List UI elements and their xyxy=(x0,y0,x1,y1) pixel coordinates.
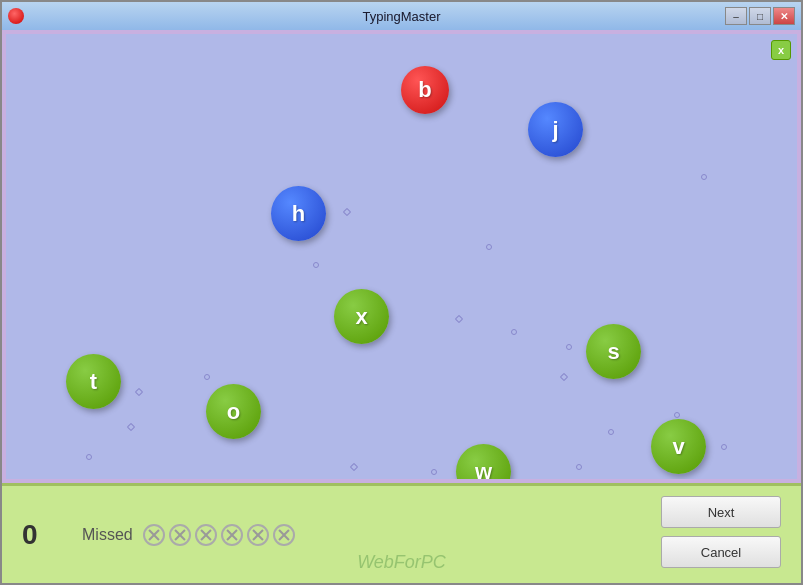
dot-7 xyxy=(127,423,135,431)
dot-12 xyxy=(701,174,707,180)
dot-17 xyxy=(486,244,492,250)
dot-10 xyxy=(674,412,680,418)
dot-8 xyxy=(608,429,614,435)
title-bar-left xyxy=(8,8,24,24)
bubble-b[interactable]: b xyxy=(401,66,449,114)
dot-11 xyxy=(560,373,568,381)
window-title: TypingMaster xyxy=(362,9,440,24)
dot-13 xyxy=(350,463,358,471)
title-bar: TypingMaster – □ ✕ xyxy=(2,2,801,30)
missed-icon-3 xyxy=(221,524,243,546)
bubble-w[interactable]: w xyxy=(456,444,511,483)
bubble-j[interactable]: j xyxy=(528,102,583,157)
maximize-button[interactable]: □ xyxy=(749,7,771,25)
dot-1 xyxy=(313,262,319,268)
window-controls: – □ ✕ xyxy=(725,7,795,25)
main-window: TypingMaster – □ ✕ x bjhxstovw 0 Missed … xyxy=(0,0,803,585)
dot-3 xyxy=(511,329,517,335)
missed-icon-5 xyxy=(273,524,295,546)
bubble-t[interactable]: t xyxy=(66,354,121,409)
score-display: 0 xyxy=(22,519,62,551)
bottom-panel: 0 Missed Next Cancel WebForPC xyxy=(2,483,801,583)
bubble-s[interactable]: s xyxy=(586,324,641,379)
dot-4 xyxy=(566,344,572,350)
missed-icon-2 xyxy=(195,524,217,546)
missed-icon-0 xyxy=(143,524,165,546)
bubble-h[interactable]: h xyxy=(271,186,326,241)
bubble-v[interactable]: v xyxy=(651,419,706,474)
app-icon xyxy=(8,8,24,24)
dot-2 xyxy=(455,315,463,323)
dot-0 xyxy=(343,208,351,216)
minimize-button[interactable]: – xyxy=(725,7,747,25)
watermark: WebForPC xyxy=(357,552,446,573)
close-button[interactable]: ✕ xyxy=(773,7,795,25)
missed-label: Missed xyxy=(82,526,133,544)
game-close-button[interactable]: x xyxy=(771,40,791,60)
missed-icon-1 xyxy=(169,524,191,546)
dot-6 xyxy=(135,388,143,396)
next-button[interactable]: Next xyxy=(661,496,781,528)
dot-14 xyxy=(431,469,437,475)
missed-icons xyxy=(143,524,295,546)
dot-16 xyxy=(86,454,92,460)
bubble-x[interactable]: x xyxy=(334,289,389,344)
game-container: x bjhxstovw xyxy=(2,30,801,483)
dot-15 xyxy=(576,464,582,470)
bubble-o[interactable]: o xyxy=(206,384,261,439)
dot-5 xyxy=(204,374,210,380)
cancel-button[interactable]: Cancel xyxy=(661,536,781,568)
missed-icon-4 xyxy=(247,524,269,546)
dot-9 xyxy=(721,444,727,450)
buttons-section: Next Cancel xyxy=(661,496,781,568)
game-area: x bjhxstovw xyxy=(6,34,797,479)
